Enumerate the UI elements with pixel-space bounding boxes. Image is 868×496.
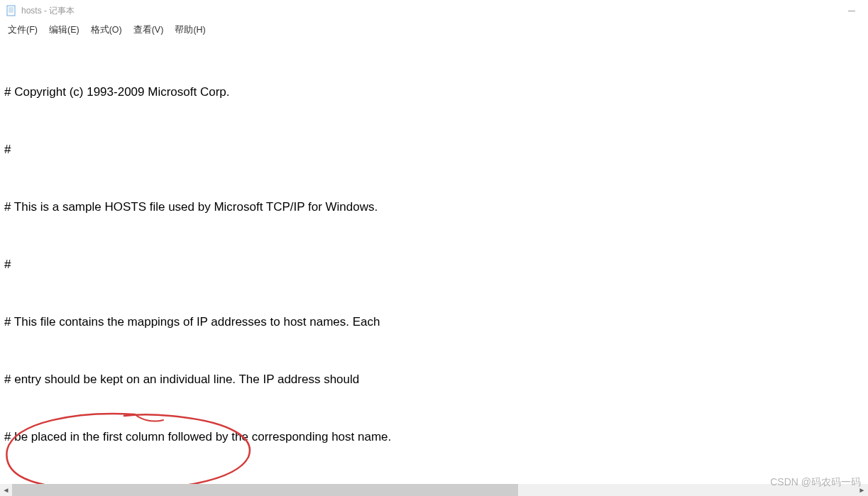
scroll-thumb[interactable] (12, 484, 518, 496)
scroll-track[interactable] (12, 484, 856, 496)
notepad-icon (6, 5, 17, 16)
menu-help[interactable]: 帮助(H) (170, 23, 210, 38)
content-line: # be placed in the first column followed… (4, 427, 864, 446)
menu-format[interactable]: 格式(O) (86, 23, 127, 38)
content-line: # entry should be kept on an individual … (4, 370, 864, 389)
window-controls: ─ (835, 0, 868, 21)
menu-file[interactable]: 文件(F) (3, 23, 43, 38)
content-line: # Copyright (c) 1993-2009 Microsoft Corp… (4, 82, 864, 101)
content-line: # (4, 140, 864, 159)
title-bar: hosts - 记事本 ─ (0, 0, 868, 21)
menu-view[interactable]: 查看(V) (128, 23, 169, 38)
text-editor-content[interactable]: # Copyright (c) 1993-2009 Microsoft Corp… (0, 38, 868, 484)
minimize-button[interactable]: ─ (835, 0, 868, 21)
horizontal-scrollbar[interactable]: ◄ ► (0, 484, 868, 496)
content-line: # This file contains the mappings of IP … (4, 312, 864, 331)
scroll-left-arrow-icon[interactable]: ◄ (0, 484, 12, 496)
content-line: # (4, 255, 864, 274)
content-line: # This is a sample HOSTS file used by Mi… (4, 197, 864, 216)
menu-edit[interactable]: 编辑(E) (44, 23, 84, 38)
window-title: hosts - 记事本 (21, 5, 75, 17)
menu-bar: 文件(F) 编辑(E) 格式(O) 查看(V) 帮助(H) (0, 21, 868, 38)
watermark: CSDN @码农码一码 (770, 476, 861, 489)
